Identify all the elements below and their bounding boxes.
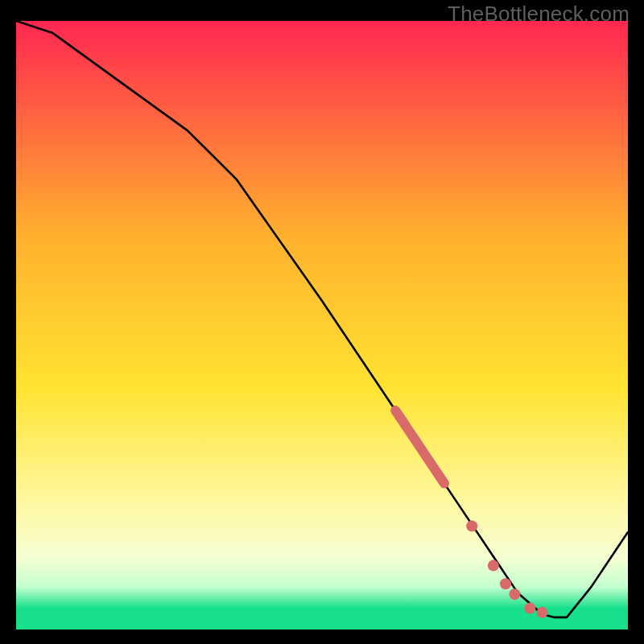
plot-area — [16, 21, 628, 630]
marker-dot-5 — [524, 603, 535, 614]
marker-dot-1 — [466, 520, 477, 531]
chart-container: { "watermark": "TheBottleneck.com", "col… — [0, 0, 644, 644]
marker-dot-4 — [509, 588, 520, 600]
gradient-background — [16, 21, 628, 630]
marker-dot-6 — [537, 607, 548, 618]
marker-dot-2 — [488, 560, 499, 572]
marker-dot-3 — [500, 578, 511, 589]
chart-svg — [16, 21, 628, 630]
